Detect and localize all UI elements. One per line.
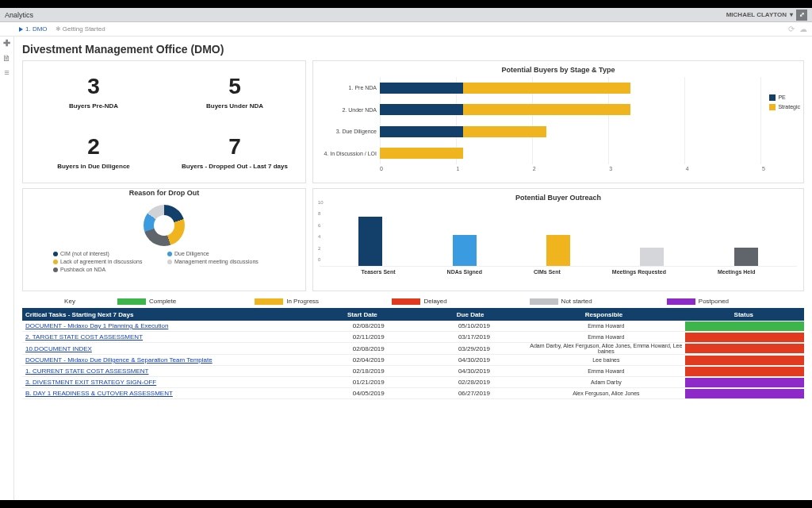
dropout-legend-item: Management meeting discussions bbox=[167, 259, 275, 264]
outreach-bar-label: Teasers Sent bbox=[362, 269, 396, 275]
legend-pe-swatch bbox=[769, 94, 776, 101]
dropout-legend-item: Due Diligence bbox=[167, 251, 275, 256]
th-resp: Responsible bbox=[524, 311, 683, 318]
key-label: Key bbox=[22, 298, 117, 305]
topbar: Analytics MICHAEL CLAYTON ▾ ⤢ bbox=[0, 8, 812, 22]
page-title: Divestment Management Office (DMO) bbox=[22, 43, 804, 56]
key-item: Not started bbox=[530, 298, 667, 305]
stage-chart-title: Potential Buyers by Stage & Type bbox=[320, 66, 797, 74]
tab-dmo[interactable]: 1. DMO bbox=[19, 25, 48, 33]
legend-strategic-swatch bbox=[769, 104, 776, 110]
outreach-title: Potential Buyer Outreach bbox=[320, 194, 797, 202]
task-status bbox=[685, 333, 804, 342]
task-due: 06/27/2019 bbox=[421, 390, 527, 397]
task-start: 02/04/2019 bbox=[316, 356, 421, 364]
table-row: DOCUMENT - Midaxo Day 1 Planning & Execu… bbox=[22, 321, 804, 332]
key-item: In Progress bbox=[255, 298, 392, 305]
kpi-due-diligence: 2Buyers in Due Diligence bbox=[23, 122, 164, 183]
task-status bbox=[685, 321, 804, 331]
task-link[interactable]: 10.DOCUMENT INDEX bbox=[22, 345, 316, 352]
task-start: 01/21/2019 bbox=[316, 379, 421, 386]
task-status bbox=[685, 378, 804, 387]
task-due: 03/17/2019 bbox=[421, 333, 527, 341]
task-responsible: Emma Howard bbox=[527, 334, 685, 340]
task-due: 04/30/2019 bbox=[421, 356, 527, 364]
table-row: B. DAY 1 READINESS & CUTOVER ASSESSMENT … bbox=[22, 388, 804, 399]
chevron-down-icon[interactable]: ▾ bbox=[790, 11, 793, 18]
task-start: 02/08/2019 bbox=[316, 322, 421, 329]
add-icon[interactable]: ✚ bbox=[3, 38, 10, 48]
task-start: 02/11/2019 bbox=[316, 333, 421, 341]
task-status bbox=[685, 344, 804, 353]
table-row: 1. CURRENT STATE COST ASSESSMENT 02/18/2… bbox=[22, 366, 804, 377]
kpi-pre-nda: 3Buyers Pre-NDA bbox=[23, 61, 164, 122]
expand-icon[interactable]: ⤢ bbox=[796, 10, 807, 21]
dropout-title: Reason for Drop Out bbox=[23, 189, 305, 197]
key-item: Postponed bbox=[667, 298, 804, 305]
key-item: Delayed bbox=[392, 298, 529, 305]
dropout-donut-chart bbox=[144, 205, 185, 246]
dropout-panel: Reason for Drop Out CIM (not of interest… bbox=[22, 188, 306, 291]
task-link[interactable]: DOCUMENT - Midaxo Day 1 Planning & Execu… bbox=[22, 322, 316, 329]
dropout-legend-item: Lack of agreement in discussions bbox=[53, 259, 161, 264]
app-title: Analytics bbox=[5, 11, 33, 19]
stage-row-label: 2. Under NDA bbox=[323, 107, 380, 113]
outreach-bar bbox=[546, 235, 570, 266]
task-responsible: Emma Howard bbox=[527, 323, 685, 329]
tab-bar: 1. DMO ✱ Getting Started ⟳ ☁ bbox=[0, 22, 812, 37]
task-responsible: Emma Howard bbox=[527, 368, 685, 374]
table-row: 2. TARGET STATE COST ASSESSMENT 02/11/20… bbox=[22, 332, 804, 343]
task-link[interactable]: 1. CURRENT STATE COST ASSESSMENT bbox=[22, 368, 316, 375]
table-row: 10.DOCUMENT INDEX 02/08/2019 03/29/2019 … bbox=[22, 343, 804, 355]
stage-bar bbox=[380, 104, 797, 115]
task-start: 04/05/2019 bbox=[316, 390, 421, 397]
task-responsible: Adam Darby bbox=[527, 379, 685, 385]
stage-legend: PE Strategic bbox=[769, 93, 800, 112]
outreach-bar bbox=[640, 248, 664, 266]
left-gutter: ✚ 🗎 ≡ bbox=[0, 37, 14, 500]
dropout-legend-item: CIM (not of interest) bbox=[53, 251, 161, 256]
task-status bbox=[685, 389, 804, 398]
tab-getting-started[interactable]: ✱ Getting Started bbox=[56, 25, 105, 33]
th-due: Due Date bbox=[416, 311, 524, 318]
document-icon[interactable]: 🗎 bbox=[2, 53, 11, 63]
list-icon[interactable]: ≡ bbox=[4, 67, 9, 77]
table-body: DOCUMENT - Midaxo Day 1 Planning & Execu… bbox=[22, 321, 804, 399]
task-responsible: Alex Ferguson, Alice Jones bbox=[527, 391, 685, 396]
kpi-dropped-out: 7Buyers - Dropped Out - Last 7 days bbox=[164, 122, 305, 183]
outreach-bar-label: Meetings Requested bbox=[612, 269, 666, 275]
stage-bar bbox=[380, 83, 797, 94]
cloud-icon[interactable]: ☁ bbox=[799, 25, 807, 33]
play-icon bbox=[19, 27, 23, 32]
task-start: 02/18/2019 bbox=[316, 368, 421, 375]
task-link[interactable]: 3. DIVESTMENT EXIT STRATEGY SIGN-OFF bbox=[22, 379, 316, 386]
task-due: 03/29/2019 bbox=[421, 345, 527, 352]
table-row: 3. DIVESTMENT EXIT STRATEGY SIGN-OFF 01/… bbox=[22, 377, 804, 388]
outreach-bar-label: Meetings Held bbox=[718, 269, 755, 275]
task-status bbox=[685, 367, 804, 376]
outreach-bar bbox=[358, 217, 382, 266]
outreach-bar-label: NDAs Signed bbox=[447, 269, 482, 275]
kpi-under-nda: 5Buyers Under NDA bbox=[164, 61, 305, 122]
kpi-panel: 3Buyers Pre-NDA 5Buyers Under NDA 2Buyer… bbox=[22, 60, 306, 183]
task-responsible: Adam Darby, Alex Ferguson, Alice Jones, … bbox=[527, 343, 685, 354]
task-due: 04/30/2019 bbox=[421, 368, 527, 375]
stage-bar bbox=[380, 126, 797, 137]
task-responsible: Lee baines bbox=[527, 357, 685, 363]
outreach-bar bbox=[453, 235, 477, 266]
table-row: DOCUMENT - Midaxo Due Diligence & Separa… bbox=[22, 355, 804, 366]
th-start: Start Date bbox=[308, 311, 416, 318]
refresh-icon[interactable]: ⟳ bbox=[788, 25, 795, 33]
task-link[interactable]: DOCUMENT - Midaxo Due Diligence & Separa… bbox=[22, 356, 316, 364]
status-key: Key CompleteIn ProgressDelayedNot starte… bbox=[22, 298, 804, 305]
table-header: Critical Tasks - Starting Next 7 Days St… bbox=[22, 308, 804, 321]
task-start: 02/08/2019 bbox=[316, 345, 421, 352]
user-name[interactable]: MICHAEL CLAYTON bbox=[726, 11, 787, 18]
stage-chart-panel: Potential Buyers by Stage & Type 1. Pre … bbox=[312, 60, 804, 183]
task-status bbox=[685, 356, 804, 365]
task-link[interactable]: 2. TARGET STATE COST ASSESSMENT bbox=[22, 333, 316, 341]
stage-bar bbox=[380, 148, 797, 159]
task-link[interactable]: B. DAY 1 READINESS & CUTOVER ASSESSMENT bbox=[22, 390, 316, 397]
outreach-panel: Potential Buyer Outreach 1086420 Teasers… bbox=[312, 188, 804, 291]
th-tasks: Critical Tasks - Starting Next 7 Days bbox=[22, 311, 308, 318]
